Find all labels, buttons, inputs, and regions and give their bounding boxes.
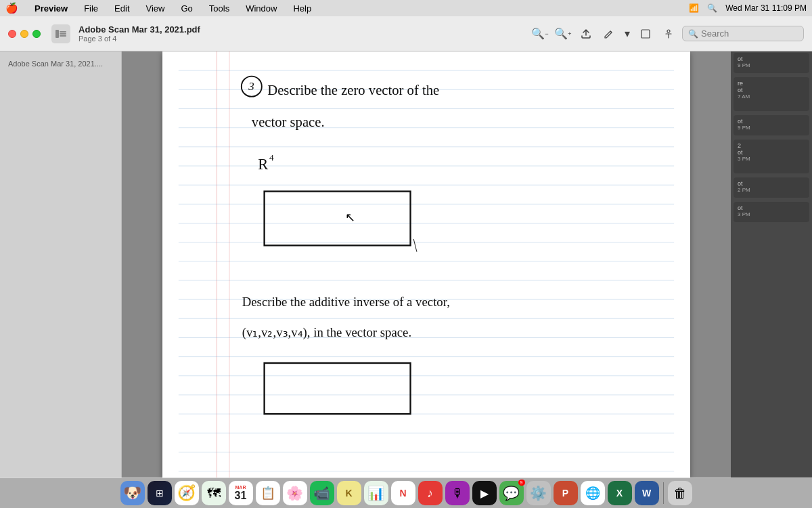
notif-6-time: 3 PM [738, 211, 805, 217]
svg-rect-1 [60, 31, 66, 33]
svg-rect-3 [60, 35, 66, 37]
notif-3-label: ot [738, 118, 805, 125]
toolbar-icons: 🔍− 🔍+ ▾ [531, 24, 804, 43]
svg-text:Describe the  additive  invers: Describe the additive inverse of a vecto… [242, 295, 450, 309]
dock-facetime[interactable]: 📹 [310, 481, 334, 505]
notif-5-time: 2 PM [738, 187, 805, 193]
svg-rect-35 [265, 192, 411, 246]
menu-view[interactable]: View [143, 2, 168, 15]
clock: Wed Mar 31 11:09 PM [725, 3, 807, 13]
menu-window[interactable]: Window [243, 2, 279, 15]
notif-4-label: 2ot [738, 142, 805, 156]
doc-title: Adobe Scan Mar 31, 2021.pdf [78, 24, 525, 35]
dock-calendar[interactable]: MAR 31 [229, 481, 253, 505]
dock-trash[interactable]: 🗑 [668, 481, 692, 505]
search-icon: 🔍 [688, 29, 698, 39]
svg-text:(v₁,v₂,v₃,v₄),  in  the  vecto: (v₁,v₂,v₃,v₄), in the vector space. [242, 325, 411, 340]
menubar-right: 📶 🔍 Wed Mar 31 11:09 PM [689, 3, 807, 13]
minimize-button[interactable] [20, 30, 28, 38]
dock-appletv[interactable]: ▶ [472, 481, 497, 505]
dock-music[interactable]: ♪ [418, 481, 443, 505]
search-bar[interactable]: 🔍 [682, 26, 804, 41]
svg-line-36 [413, 239, 417, 252]
main-area: Adobe Scan Mar 31, 2021.... [0, 51, 812, 478]
dock-finder[interactable]: 🐶 [120, 481, 145, 505]
dock-word[interactable]: W [635, 481, 659, 505]
pdf-viewport: 3 Describe the zero vector of the vector… [122, 51, 731, 478]
svg-rect-2 [60, 33, 66, 35]
dock-safari[interactable]: 🧭 [175, 481, 199, 505]
dock-numbers[interactable]: 📊 [364, 481, 388, 505]
search-input[interactable] [701, 28, 796, 39]
dock-powerpoint[interactable]: P [554, 481, 578, 505]
accessibility-button[interactable] [659, 24, 678, 43]
svg-text:vector  space.: vector space. [252, 114, 325, 130]
menu-file[interactable]: File [81, 2, 101, 15]
crop-button[interactable] [636, 24, 655, 43]
pencil-button[interactable] [600, 24, 618, 43]
dock-excel[interactable]: X [608, 481, 632, 505]
sidebar-toggle[interactable] [51, 24, 70, 43]
dock-maps[interactable]: 🗺 [202, 481, 226, 505]
search-menubar-icon[interactable]: 🔍 [707, 3, 717, 13]
notif-5-label: ot [738, 180, 805, 187]
menu-help[interactable]: Help [290, 2, 314, 15]
menu-preview[interactable]: Preview [32, 2, 70, 15]
svg-text:Describe  the  zero  vector  o: Describe the zero vector of the [267, 83, 439, 98]
wifi-icon: 📶 [689, 3, 699, 13]
left-sidebar: Adobe Scan Mar 31, 2021.... [0, 51, 122, 478]
doc-subtitle: Page 3 of 4 [78, 35, 525, 43]
dock-systemprefs[interactable]: ⚙️ [526, 481, 551, 505]
svg-point-5 [667, 30, 670, 33]
notif-2-label: reot [738, 80, 805, 93]
handwriting-svg: 3 Describe the zero vector of the vector… [162, 51, 690, 478]
zoom-out-button[interactable]: 🔍− [531, 24, 549, 43]
menubar: 🍎 Preview File Edit View Go Tools Window… [0, 0, 812, 16]
svg-text:R: R [258, 156, 268, 173]
dock-launchpad[interactable]: ⊞ [148, 481, 172, 505]
dock-separator [663, 482, 664, 504]
messages-badge: 9 [518, 480, 525, 486]
svg-text:3: 3 [248, 80, 254, 93]
dock-news[interactable]: N [391, 481, 415, 505]
menu-go[interactable]: Go [178, 2, 195, 15]
svg-text:4: 4 [269, 152, 274, 163]
titlebar: Adobe Scan Mar 31, 2021.pdf Page 3 of 4 … [0, 16, 812, 51]
dock-podcasts[interactable]: 🎙 [445, 481, 470, 505]
maximize-button[interactable] [32, 30, 41, 38]
zoom-in-button[interactable]: 🔍+ [554, 24, 572, 43]
dock-keynote[interactable]: K [337, 481, 361, 505]
right-notifications-panel: ot 9 PM reot 7 AM ot 9 PM 2ot 3 PM ot 2 … [731, 51, 812, 478]
menu-tools[interactable]: Tools [206, 2, 232, 15]
dock-messages[interactable]: 💬 9 [499, 481, 524, 505]
notif-3-time: 9 PM [738, 125, 805, 131]
pdf-page: 3 Describe the zero vector of the vector… [162, 51, 690, 478]
svg-rect-4 [641, 30, 650, 38]
sidebar-thumbnail[interactable]: Adobe Scan Mar 31, 2021.... [5, 57, 116, 70]
dock-photos[interactable]: 🌸 [283, 481, 307, 505]
apple-menu[interactable]: 🍎 [5, 2, 18, 14]
app-window: Adobe Scan Mar 31, 2021.pdf Page 3 of 4 … [0, 16, 812, 478]
doc-info: Adobe Scan Mar 31, 2021.pdf Page 3 of 4 [78, 24, 525, 43]
dock: 🐶 ⊞ 🧭 🗺 MAR 31 📋 🌸 📹 K 📊 N ♪ 🎙 ▶ 💬 9 ⚙️ … [0, 478, 812, 508]
traffic-lights [8, 30, 41, 38]
menu-edit[interactable]: Edit [112, 2, 132, 15]
share-button[interactable] [577, 24, 595, 43]
dock-reminders[interactable]: 📋 [256, 481, 280, 505]
notif-4-time: 3 PM [738, 156, 805, 162]
svg-rect-39 [265, 363, 411, 414]
notif-1-time: 9 PM [738, 62, 805, 68]
svg-rect-0 [55, 30, 59, 38]
notif-1-label: ot [738, 56, 805, 62]
notif-2-time: 7 AM [738, 93, 805, 100]
pencil-dropdown[interactable]: ▾ [623, 24, 632, 43]
notif-6-label: ot [738, 205, 805, 211]
dock-chrome[interactable]: 🌐 [581, 481, 605, 505]
close-button[interactable] [8, 30, 16, 38]
